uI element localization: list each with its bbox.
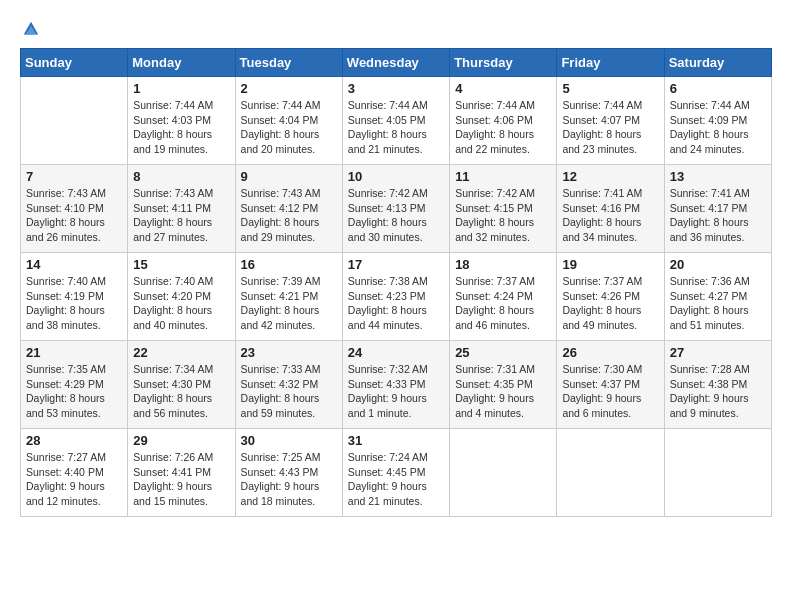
day-number: 7 [26, 169, 122, 184]
calendar-cell: 17 Sunrise: 7:38 AM Sunset: 4:23 PM Dayl… [342, 253, 449, 341]
daylight-text: Daylight: 8 hours and 49 minutes. [562, 304, 641, 331]
calendar-cell [21, 77, 128, 165]
sunrise-text: Sunrise: 7:43 AM [26, 187, 106, 199]
calendar-cell: 6 Sunrise: 7:44 AM Sunset: 4:09 PM Dayli… [664, 77, 771, 165]
week-row-1: 1 Sunrise: 7:44 AM Sunset: 4:03 PM Dayli… [21, 77, 772, 165]
day-number: 9 [241, 169, 337, 184]
weekday-header-friday: Friday [557, 49, 664, 77]
day-number: 4 [455, 81, 551, 96]
sunrise-text: Sunrise: 7:26 AM [133, 451, 213, 463]
day-number: 17 [348, 257, 444, 272]
sunset-text: Sunset: 4:05 PM [348, 114, 426, 126]
day-number: 1 [133, 81, 229, 96]
sunrise-text: Sunrise: 7:42 AM [455, 187, 535, 199]
daylight-text: Daylight: 8 hours and 42 minutes. [241, 304, 320, 331]
sunrise-text: Sunrise: 7:38 AM [348, 275, 428, 287]
sunset-text: Sunset: 4:35 PM [455, 378, 533, 390]
sunrise-text: Sunrise: 7:32 AM [348, 363, 428, 375]
weekday-header-row: SundayMondayTuesdayWednesdayThursdayFrid… [21, 49, 772, 77]
sunset-text: Sunset: 4:15 PM [455, 202, 533, 214]
calendar-cell: 7 Sunrise: 7:43 AM Sunset: 4:10 PM Dayli… [21, 165, 128, 253]
sunset-text: Sunset: 4:12 PM [241, 202, 319, 214]
sunrise-text: Sunrise: 7:41 AM [670, 187, 750, 199]
calendar-cell: 4 Sunrise: 7:44 AM Sunset: 4:06 PM Dayli… [450, 77, 557, 165]
sunset-text: Sunset: 4:11 PM [133, 202, 211, 214]
sunset-text: Sunset: 4:23 PM [348, 290, 426, 302]
daylight-text: Daylight: 8 hours and 29 minutes. [241, 216, 320, 243]
daylight-text: Daylight: 8 hours and 24 minutes. [670, 128, 749, 155]
day-number: 16 [241, 257, 337, 272]
calendar-cell: 8 Sunrise: 7:43 AM Sunset: 4:11 PM Dayli… [128, 165, 235, 253]
sunset-text: Sunset: 4:41 PM [133, 466, 211, 478]
daylight-text: Daylight: 8 hours and 27 minutes. [133, 216, 212, 243]
sunset-text: Sunset: 4:24 PM [455, 290, 533, 302]
calendar-cell: 14 Sunrise: 7:40 AM Sunset: 4:19 PM Dayl… [21, 253, 128, 341]
sunset-text: Sunset: 4:10 PM [26, 202, 104, 214]
daylight-text: Daylight: 9 hours and 21 minutes. [348, 480, 427, 507]
calendar-cell [450, 429, 557, 517]
calendar-cell: 12 Sunrise: 7:41 AM Sunset: 4:16 PM Dayl… [557, 165, 664, 253]
calendar-cell: 22 Sunrise: 7:34 AM Sunset: 4:30 PM Dayl… [128, 341, 235, 429]
weekday-header-wednesday: Wednesday [342, 49, 449, 77]
sunset-text: Sunset: 4:37 PM [562, 378, 640, 390]
weekday-header-saturday: Saturday [664, 49, 771, 77]
daylight-text: Daylight: 8 hours and 19 minutes. [133, 128, 212, 155]
calendar-cell: 25 Sunrise: 7:31 AM Sunset: 4:35 PM Dayl… [450, 341, 557, 429]
sunset-text: Sunset: 4:43 PM [241, 466, 319, 478]
daylight-text: Daylight: 9 hours and 4 minutes. [455, 392, 534, 419]
daylight-text: Daylight: 8 hours and 30 minutes. [348, 216, 427, 243]
sunset-text: Sunset: 4:17 PM [670, 202, 748, 214]
calendar-cell: 28 Sunrise: 7:27 AM Sunset: 4:40 PM Dayl… [21, 429, 128, 517]
calendar-cell [557, 429, 664, 517]
daylight-text: Daylight: 8 hours and 38 minutes. [26, 304, 105, 331]
daylight-text: Daylight: 8 hours and 51 minutes. [670, 304, 749, 331]
sunrise-text: Sunrise: 7:44 AM [455, 99, 535, 111]
logo-icon [22, 20, 40, 38]
sunset-text: Sunset: 4:16 PM [562, 202, 640, 214]
sunrise-text: Sunrise: 7:44 AM [241, 99, 321, 111]
weekday-header-sunday: Sunday [21, 49, 128, 77]
sunrise-text: Sunrise: 7:44 AM [670, 99, 750, 111]
day-number: 3 [348, 81, 444, 96]
day-number: 18 [455, 257, 551, 272]
day-number: 20 [670, 257, 766, 272]
day-number: 30 [241, 433, 337, 448]
daylight-text: Daylight: 8 hours and 26 minutes. [26, 216, 105, 243]
calendar-cell: 10 Sunrise: 7:42 AM Sunset: 4:13 PM Dayl… [342, 165, 449, 253]
daylight-text: Daylight: 9 hours and 1 minute. [348, 392, 427, 419]
sunset-text: Sunset: 4:33 PM [348, 378, 426, 390]
day-number: 31 [348, 433, 444, 448]
day-number: 10 [348, 169, 444, 184]
calendar-cell: 19 Sunrise: 7:37 AM Sunset: 4:26 PM Dayl… [557, 253, 664, 341]
calendar-cell: 23 Sunrise: 7:33 AM Sunset: 4:32 PM Dayl… [235, 341, 342, 429]
daylight-text: Daylight: 9 hours and 18 minutes. [241, 480, 320, 507]
week-row-4: 21 Sunrise: 7:35 AM Sunset: 4:29 PM Dayl… [21, 341, 772, 429]
sunset-text: Sunset: 4:06 PM [455, 114, 533, 126]
calendar-cell: 24 Sunrise: 7:32 AM Sunset: 4:33 PM Dayl… [342, 341, 449, 429]
daylight-text: Daylight: 9 hours and 15 minutes. [133, 480, 212, 507]
calendar-cell: 26 Sunrise: 7:30 AM Sunset: 4:37 PM Dayl… [557, 341, 664, 429]
day-number: 25 [455, 345, 551, 360]
sunrise-text: Sunrise: 7:43 AM [133, 187, 213, 199]
week-row-5: 28 Sunrise: 7:27 AM Sunset: 4:40 PM Dayl… [21, 429, 772, 517]
sunrise-text: Sunrise: 7:35 AM [26, 363, 106, 375]
calendar-cell: 3 Sunrise: 7:44 AM Sunset: 4:05 PM Dayli… [342, 77, 449, 165]
weekday-header-thursday: Thursday [450, 49, 557, 77]
sunset-text: Sunset: 4:45 PM [348, 466, 426, 478]
sunset-text: Sunset: 4:21 PM [241, 290, 319, 302]
sunset-text: Sunset: 4:20 PM [133, 290, 211, 302]
sunrise-text: Sunrise: 7:37 AM [455, 275, 535, 287]
sunrise-text: Sunrise: 7:25 AM [241, 451, 321, 463]
sunrise-text: Sunrise: 7:36 AM [670, 275, 750, 287]
sunset-text: Sunset: 4:40 PM [26, 466, 104, 478]
day-number: 22 [133, 345, 229, 360]
day-number: 29 [133, 433, 229, 448]
calendar-cell: 1 Sunrise: 7:44 AM Sunset: 4:03 PM Dayli… [128, 77, 235, 165]
daylight-text: Daylight: 8 hours and 36 minutes. [670, 216, 749, 243]
calendar-cell: 30 Sunrise: 7:25 AM Sunset: 4:43 PM Dayl… [235, 429, 342, 517]
sunrise-text: Sunrise: 7:31 AM [455, 363, 535, 375]
sunset-text: Sunset: 4:07 PM [562, 114, 640, 126]
sunrise-text: Sunrise: 7:40 AM [133, 275, 213, 287]
day-number: 27 [670, 345, 766, 360]
calendar-cell: 29 Sunrise: 7:26 AM Sunset: 4:41 PM Dayl… [128, 429, 235, 517]
